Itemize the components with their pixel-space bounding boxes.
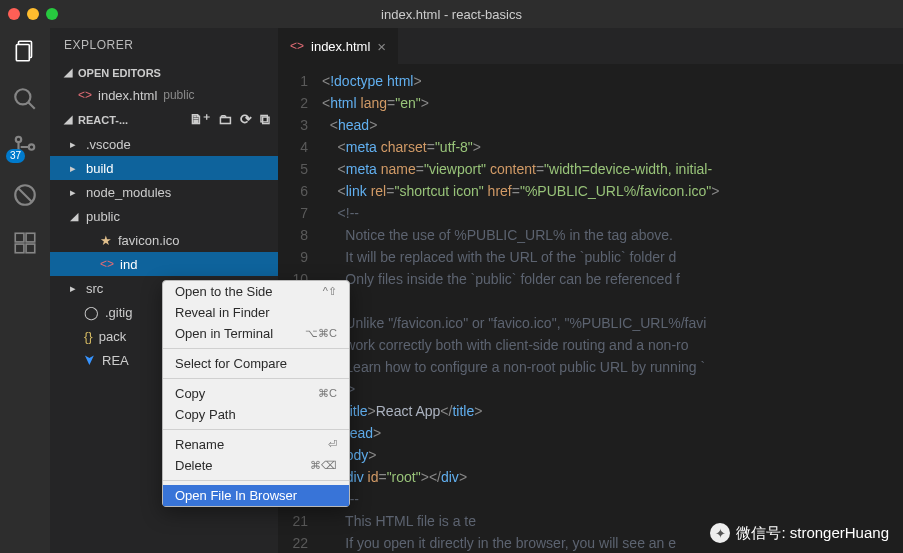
menu-open-browser[interactable]: Open File In Browser — [163, 485, 349, 506]
extensions-icon[interactable] — [12, 230, 38, 256]
svg-rect-1 — [16, 45, 29, 61]
tab-bar: <> index.html × — [278, 28, 903, 64]
activity-bar: 37 — [0, 28, 50, 553]
svg-rect-11 — [26, 244, 35, 253]
new-folder-icon[interactable]: 🗀 — [218, 111, 232, 128]
search-icon[interactable] — [12, 86, 38, 112]
menu-delete[interactable]: Delete⌘⌫ — [163, 455, 349, 476]
svg-point-6 — [29, 144, 34, 149]
svg-rect-9 — [15, 233, 24, 242]
minimize-window-icon[interactable] — [27, 8, 39, 20]
menu-rename[interactable]: Rename⏎ — [163, 434, 349, 455]
json-icon: {} — [84, 329, 93, 344]
menu-open-side[interactable]: Open to the Side^⇧ — [163, 281, 349, 302]
menu-select-compare[interactable]: Select for Compare — [163, 353, 349, 374]
close-window-icon[interactable] — [8, 8, 20, 20]
close-tab-icon[interactable]: × — [377, 38, 386, 55]
html-file-icon: <> — [290, 39, 304, 53]
svg-line-8 — [19, 189, 32, 202]
watermark: ✦ 微信号: strongerHuang — [710, 523, 889, 543]
traffic-lights — [8, 8, 58, 20]
tab-index-html[interactable]: <> index.html × — [278, 28, 398, 64]
svg-point-2 — [15, 89, 30, 104]
scm-badge: 37 — [6, 149, 25, 163]
menu-copy[interactable]: Copy⌘C — [163, 383, 349, 404]
tree-vscode[interactable]: ▸.vscode — [50, 132, 278, 156]
tree-public[interactable]: ◢public — [50, 204, 278, 228]
menu-reveal-finder[interactable]: Reveal in Finder — [163, 302, 349, 323]
svg-line-3 — [28, 102, 35, 109]
maximize-window-icon[interactable] — [46, 8, 58, 20]
code-lines: <!doctype html> <html lang="en"> <head> … — [322, 64, 719, 553]
sidebar-title: EXPLORER — [50, 28, 278, 62]
html-file-icon: <> — [100, 257, 114, 271]
svg-point-4 — [16, 137, 21, 142]
star-icon: ★ — [100, 233, 112, 248]
html-file-icon: <> — [78, 88, 92, 102]
tree-favicon[interactable]: ★favicon.ico — [50, 228, 278, 252]
window-title: index.html - react-basics — [381, 7, 522, 22]
markdown-icon: ➤ — [82, 354, 98, 366]
svg-rect-10 — [15, 244, 24, 253]
refresh-icon[interactable]: ⟳ — [240, 111, 252, 128]
collapse-icon[interactable]: ⧉ — [260, 111, 270, 128]
open-editor-item[interactable]: <> index.html public — [50, 83, 278, 107]
source-control-icon[interactable]: 37 — [12, 134, 38, 160]
menu-copy-path[interactable]: Copy Path — [163, 404, 349, 425]
editor: <> index.html × 123456789101112131415161… — [278, 28, 903, 553]
new-file-icon[interactable]: 🗎⁺ — [189, 111, 210, 128]
code-area[interactable]: 12345678910111213141516171819202122 <!do… — [278, 64, 903, 553]
tree-build[interactable]: ▸build — [50, 156, 278, 180]
project-section[interactable]: ◢REACT-... 🗎⁺ 🗀 ⟳ ⧉ — [50, 107, 278, 132]
github-icon: ◯ — [84, 305, 99, 320]
tree-node-modules[interactable]: ▸node_modules — [50, 180, 278, 204]
open-editors-section[interactable]: ◢OPEN EDITORS — [50, 62, 278, 83]
menu-open-terminal[interactable]: Open in Terminal⌥⌘C — [163, 323, 349, 344]
explorer-icon[interactable] — [12, 38, 38, 64]
wechat-icon: ✦ — [710, 523, 730, 543]
context-menu: Open to the Side^⇧ Reveal in Finder Open… — [162, 280, 350, 507]
titlebar: index.html - react-basics — [0, 0, 903, 28]
debug-icon[interactable] — [12, 182, 38, 208]
svg-rect-12 — [26, 233, 35, 242]
tree-index-html[interactable]: <>ind — [50, 252, 278, 276]
